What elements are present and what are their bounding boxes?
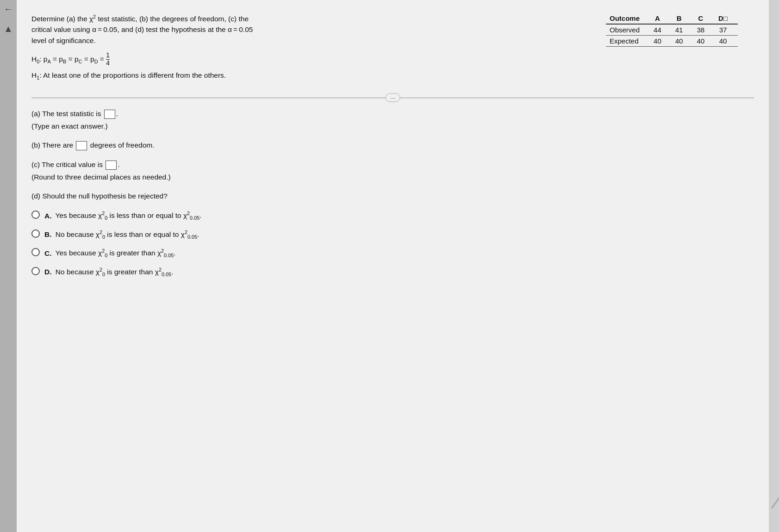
row-label-observed: Observed [606,24,650,36]
col-header-c: C [693,13,715,24]
expected-a: 40 [650,36,672,47]
table-area: Outcome A B C D□ Observed 44 41 38 37 [606,13,754,87]
col-header-a: A [650,13,672,24]
main-content: Determine (a) the χ2 test statistic, (b)… [17,0,769,532]
data-table: Outcome A B C D□ Observed 44 41 38 37 [606,13,738,47]
divider-dots: ··· [385,93,400,102]
radio-c[interactable] [31,248,40,256]
slant-decoration: / [770,492,779,513]
radio-options: A. Yes because χ20 is less than or equal… [31,210,754,278]
question-line1: Determine (a) the χ2 test statistic, (b)… [31,13,587,24]
h1-line: H1: At least one of the proportions is d… [31,68,587,83]
observed-c: 38 [693,24,715,36]
part-b: (b) There are degrees of freedom. [31,140,754,150]
observed-a: 44 [650,24,672,36]
radio-a[interactable] [31,210,40,219]
radio-d[interactable] [31,267,40,275]
col-header-d: D□ [715,13,738,24]
table-row-expected: Expected 40 40 40 40 [606,36,738,47]
right-strip: / [769,0,779,532]
col-header-outcome: Outcome [606,13,650,24]
question-section: Determine (a) the χ2 test statistic, (b)… [31,13,754,87]
h0-line: H0: pA = pB = pC = pD = 14 [31,52,587,67]
table-row-observed: Observed 44 41 38 37 [606,24,738,36]
question-line3: level of significance. [31,35,587,46]
question-line2: critical value using α = 0.05, and (d) t… [31,24,587,35]
part-a-input[interactable] [104,110,115,119]
radio-b[interactable] [31,229,40,238]
option-b-text: B. No because χ20 is less than or equal … [44,229,199,241]
left-strip: ← ▲ [0,0,17,532]
up-arrow[interactable]: ▲ [4,24,13,34]
observed-b: 41 [672,24,693,36]
expected-c: 40 [693,36,715,47]
option-a-text: A. Yes because χ20 is less than or equal… [44,210,202,222]
part-d-text: (d) Should the null hypothesis be reject… [31,191,754,201]
expected-d: 40 [715,36,738,47]
option-c-text: C. Yes because χ20 is greater than χ20.0… [44,247,176,260]
part-b-text: (b) There are degrees of freedom. [31,140,754,150]
answers-section: (a) The test statistic is . (Type an exa… [31,108,754,278]
hypotheses: H0: pA = pB = pC = pD = 14 H1: At least … [31,52,587,83]
part-d: (d) Should the null hypothesis be reject… [31,191,754,201]
part-c-input[interactable] [106,161,117,170]
question-text: Determine (a) the χ2 test statistic, (b)… [31,13,587,87]
part-c-text: (c) The critical value is . [31,159,754,170]
observed-d: 37 [715,24,738,36]
option-d-text: D. No because χ20 is greater than χ20.05… [44,266,173,278]
option-b: B. No because χ20 is less than or equal … [31,229,754,241]
part-a-text: (a) The test statistic is . [31,108,754,119]
option-c: C. Yes because χ20 is greater than χ20.0… [31,247,754,260]
option-a: A. Yes because χ20 is less than or equal… [31,210,754,222]
part-a: (a) The test statistic is . (Type an exa… [31,108,754,132]
part-b-input[interactable] [76,141,87,150]
part-a-note: (Type an exact answer.) [31,121,754,131]
back-arrow-left[interactable]: ← [4,4,13,14]
part-c: (c) The critical value is . (Round to th… [31,159,754,183]
col-header-b: B [672,13,693,24]
expected-b: 40 [672,36,693,47]
row-label-expected: Expected [606,36,650,47]
part-c-note: (Round to three decimal places as needed… [31,172,754,182]
option-d: D. No because χ20 is greater than χ20.05… [31,266,754,278]
